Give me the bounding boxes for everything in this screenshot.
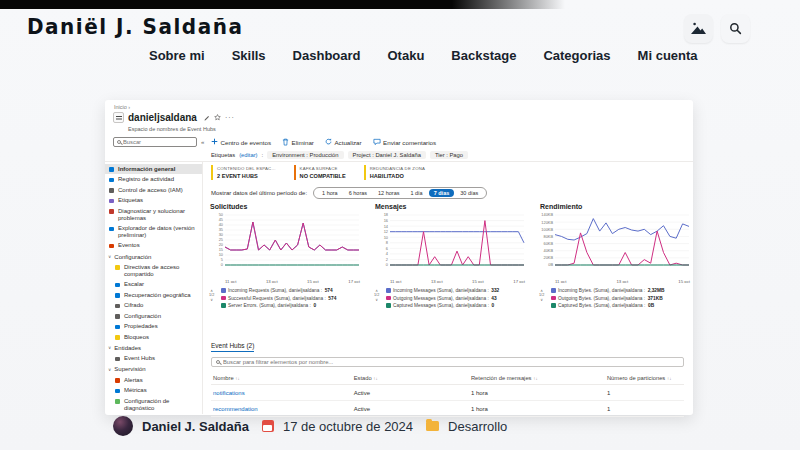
sidebar-item-configuración-de-diagnóstico[interactable]: Configuración de diagnóstico [105, 396, 202, 413]
table-row: notificationsActive1 hora1 [211, 385, 684, 401]
resource-menu-search-input[interactable] [123, 139, 193, 145]
legend-label: Incoming Bytes. (Suma), danieljsaldana : [558, 288, 645, 293]
author-name[interactable]: Daniel J. Saldaña [142, 419, 249, 434]
column-header-estado[interactable]: Estado ↑↓ [354, 375, 471, 381]
legend-item[interactable]: Captured Messages (Suma), danieljsaldana… [386, 303, 528, 308]
sidebar-item-directivas-de-acceso-compartido[interactable]: Directivas de acceso compartido [105, 262, 202, 279]
collapse-menu-icon[interactable]: « [201, 139, 204, 145]
sidebar-section-configuración[interactable]: ∨Configuración [105, 251, 202, 262]
favorite-star-icon[interactable] [214, 114, 221, 121]
svg-text:4: 4 [386, 251, 389, 256]
nav-item-sobre-mi[interactable]: Sobre mi [149, 48, 205, 63]
legend-item[interactable]: Incoming Requests (Suma), danieljsaldana… [221, 288, 363, 293]
tag-pill[interactable]: Project : Daniel J. Saldaña [348, 151, 426, 159]
sidebar-section-entidades[interactable]: ∨Entidades [105, 342, 202, 353]
period-option-6-horas[interactable]: 6 horas [344, 189, 372, 197]
sidebar-item-cifrado[interactable]: Cifrado [105, 301, 202, 311]
tags-edit-link[interactable]: (editar) [239, 152, 257, 158]
shared-access-policies-icon [115, 265, 120, 270]
pencil-icon[interactable] [204, 115, 210, 121]
table-row: recommendationActive1 hora1 [211, 401, 684, 417]
legend-item[interactable]: Server Errors. (Suma), danieljsaldana : … [221, 303, 363, 308]
search-button[interactable] [721, 14, 750, 43]
sidebar-item-label: Métricas [124, 387, 147, 394]
pager-down-icon[interactable]: ∨ [210, 298, 213, 302]
x-tick-label: 13 oct [431, 279, 443, 284]
sidebar-item-recuperación-geográfica[interactable]: Recuperación geográfica [105, 290, 202, 300]
period-option-1-día[interactable]: 1 día [405, 189, 427, 197]
event-hubs-filter[interactable] [211, 357, 684, 367]
sidebar-item-propiedades[interactable]: Propiedades [105, 321, 202, 331]
sidebar-item-control-de-acceso-iam[interactable]: Control de acceso (IAM) [105, 185, 202, 195]
nav-item-categorias[interactable]: Categorias [543, 48, 610, 63]
column-header-número[interactable]: Número de particiones ↑↓ [607, 375, 682, 381]
legend-item[interactable]: Outgoing Messages (Suma), danieljsaldana… [386, 296, 528, 301]
breadcrumb[interactable]: Inicio › [114, 104, 130, 110]
nav-item-dashboard[interactable]: Dashboard [293, 48, 361, 63]
sidebar-item-diagnosticar-y-solucionar-problemas[interactable]: Diagnosticar y solucionar problemas [105, 206, 202, 223]
nav-item-skills[interactable]: Skills [232, 48, 266, 63]
nav-item-backstage[interactable]: Backstage [451, 48, 516, 63]
sidebar-item-eventos[interactable]: Eventos [105, 241, 202, 251]
tag-pill[interactable]: Environment : Producción [267, 151, 343, 159]
sidebar-section-supervisión[interactable]: ∨Supervisión [105, 364, 202, 375]
resource-menu-search[interactable] [113, 137, 197, 147]
period-option-12-horas[interactable]: 12 horas [373, 189, 404, 197]
legend-color-swatch [386, 303, 391, 308]
sidebar-item-escalar[interactable]: Escalar [105, 280, 202, 290]
alerts-icon [115, 378, 120, 383]
chart-plot[interactable]: 181614121086420 [373, 212, 528, 274]
toolbar-label: Centro de eventos [221, 139, 272, 146]
legend-item[interactable]: Incoming Bytes. (Suma), danieljsaldana :… [551, 288, 693, 293]
column-header-nombre[interactable]: Nombre ↑↓ [213, 375, 354, 381]
period-option-30-días[interactable]: 30 días [455, 189, 483, 197]
chart-plot[interactable]: 50454035302520151050 [208, 212, 363, 274]
sidebar-item-alertas[interactable]: Alertas [105, 375, 202, 385]
more-options-icon[interactable]: ··· [225, 114, 235, 121]
legend-item[interactable]: Successful Requests (Suma), danieljsalda… [221, 296, 363, 301]
svg-text:18: 18 [384, 212, 388, 217]
legend-item[interactable]: Outgoing Bytes. (Suma), danieljsaldana :… [551, 296, 693, 301]
legend-item[interactable]: Captured Bytes. (Suma), danieljsaldana :… [551, 303, 693, 308]
pager-down-icon[interactable]: ∨ [540, 298, 543, 302]
toolbar-enviar-comentarios[interactable]: Enviar comentarios [373, 138, 436, 147]
sidebar-item-event-hubs[interactable]: Event Hubs [105, 353, 202, 363]
toolbar-eliminar[interactable]: Eliminar [282, 138, 314, 147]
nav-item-otaku[interactable]: Otaku [388, 48, 425, 63]
sidebar-item-configuración[interactable]: Configuración [105, 311, 202, 321]
pager-down-icon[interactable]: ∨ [375, 298, 378, 302]
nav-item-mi-cuenta[interactable]: Mi cuenta [638, 48, 698, 63]
sidebar-item-métricas[interactable]: Métricas [105, 385, 202, 395]
site-logo[interactable]: Daniël J. Saldaña [27, 13, 243, 39]
column-header-retención[interactable]: Retención de mensajes ↑↓ [471, 375, 607, 381]
sidebar-item-explorador-de-datos-versión-preliminar[interactable]: Explorador de datos (versión preliminar) [105, 223, 202, 240]
overview-icon [109, 167, 114, 172]
legend-pager[interactable]: ∧1/2∨ [539, 289, 544, 302]
period-option-7-días[interactable]: 7 días [429, 189, 455, 197]
sort-icon: ↑↓ [533, 376, 538, 381]
sidebar-item-etiquetas[interactable]: Etiquetas [105, 195, 202, 205]
event-hubs-filter-input[interactable] [223, 359, 679, 365]
metrics-charts-row: Solicitudes5045403530252015105011 oct13 … [208, 203, 693, 308]
toolbar-actualizar[interactable]: Actualizar [325, 138, 362, 146]
legend-pager[interactable]: ∧1/2∨ [209, 289, 214, 302]
post-category[interactable]: Desarrollo [448, 419, 507, 434]
chart-plot[interactable]: 140KB120KB100KB80KB60KB40KB20KB0B [538, 212, 693, 274]
sidebar-item-bloqueos[interactable]: Bloqueos [105, 332, 202, 342]
period-option-1-hora[interactable]: 1 hora [317, 189, 343, 197]
event-hub-name-link[interactable]: recommendation [213, 406, 354, 412]
author-avatar[interactable] [113, 416, 133, 436]
sidebar-item-registro-de-actividad[interactable]: Registro de actividad [105, 174, 202, 184]
tag-pill[interactable]: Tier : Pago [430, 151, 468, 159]
sidebar-item-información-general[interactable]: Información general [105, 164, 202, 174]
mountain-button[interactable] [684, 14, 713, 43]
toolbar-centro-de-eventos[interactable]: Centro de eventos [211, 138, 271, 146]
legend-item[interactable]: Incoming Messages (Suma), danieljsaldana… [386, 288, 528, 293]
tab-event-hubs[interactable]: Event Hubs (2) [211, 342, 254, 352]
x-tick-label: 13 oct [616, 279, 628, 284]
legend-pager[interactable]: ∧1/2∨ [374, 289, 379, 302]
legend-label: Outgoing Messages (Suma), danieljsaldana… [393, 296, 489, 301]
event-hub-name-link[interactable]: notifications [213, 390, 354, 396]
table-header: Nombre ↑↓Estado ↑↓Retención de mensajes … [211, 373, 684, 385]
summary-card-redundancia: REDUNDANCIA DE ZONAHABILITADO [364, 165, 431, 180]
